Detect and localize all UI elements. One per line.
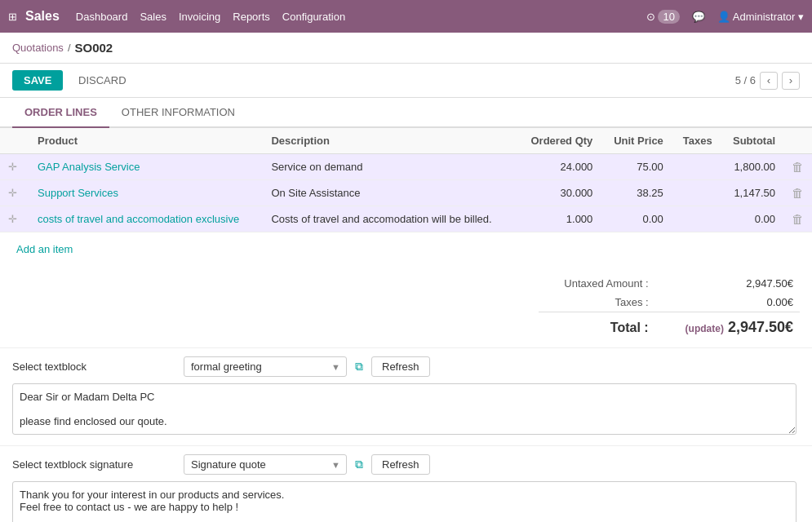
total-row: Total : (update)2,947.50€ xyxy=(539,312,800,340)
pagination: 5 / 6 ‹ › xyxy=(735,72,800,90)
breadcrumb-separator: / xyxy=(68,42,71,54)
textblock-signature-section: Select textblock signature Signature quo… xyxy=(0,445,812,522)
taxes-2 xyxy=(672,180,721,206)
tabs: ORDER LINES OTHER INFORMATION xyxy=(0,98,812,128)
chat-icon[interactable]: 💬 xyxy=(692,11,705,23)
notification-badge[interactable]: ⊙ 10 xyxy=(646,11,680,23)
unit-price-3: 0.00 xyxy=(601,206,672,232)
totals-section: Untaxed Amount : 2,947.50€ Taxes : 0.00€… xyxy=(0,266,812,347)
untaxed-value: 2,947.50€ xyxy=(655,274,800,293)
qty-2: 30.000 xyxy=(517,180,601,206)
top-navigation: ⊞ Sales Dashboard Sales Invoicing Report… xyxy=(0,0,812,33)
unit-price-1: 75.00 xyxy=(601,154,672,180)
action-bar: SAVE DISCARD 5 / 6 ‹ › xyxy=(0,64,812,98)
grid-icon[interactable]: ⊞ xyxy=(8,11,17,23)
textblock-select[interactable]: formal greeting informal greeting standa… xyxy=(184,356,347,377)
tab-other-info[interactable]: OTHER INFORMATION xyxy=(109,98,247,128)
subtotal-3: 0.00 xyxy=(721,206,783,232)
nav-right: ⊙ 10 💬 👤 Administrator ▾ xyxy=(646,11,804,23)
description-2: On Site Assistance xyxy=(263,180,517,206)
breadcrumb: Quotations / SO002 xyxy=(0,33,812,64)
breadcrumb-parent[interactable]: Quotations xyxy=(12,42,64,54)
external-link-icon[interactable]: ⧉ xyxy=(355,360,363,374)
textblock-signature-label: Select textblock signature xyxy=(12,458,175,471)
textblock-signature-select[interactable]: Signature quote Standard signature xyxy=(184,454,347,475)
textblock-greeting-row: Select textblock formal greeting informa… xyxy=(12,356,800,377)
refresh-button[interactable]: Refresh xyxy=(371,356,430,377)
subtotal-2: 1,147.50 xyxy=(721,180,783,206)
col-taxes: Taxes xyxy=(672,128,721,154)
taxes-label: Taxes : xyxy=(539,293,655,312)
table-row: ✛ Support Services On Site Assistance 30… xyxy=(0,180,812,206)
col-unit-price: Unit Price xyxy=(601,128,672,154)
delete-3[interactable]: 🗑 xyxy=(783,206,812,232)
nav-invoicing[interactable]: Invoicing xyxy=(179,11,220,23)
table-header-row: Product Description Ordered Qty Unit Pri… xyxy=(0,128,812,154)
total-value: (update)2,947.50€ xyxy=(655,312,800,340)
qty-3: 1.000 xyxy=(517,206,601,232)
col-description: Description xyxy=(263,128,517,154)
col-drag xyxy=(0,128,29,154)
product-1: GAP Analysis Service xyxy=(29,154,263,180)
next-page-button[interactable]: › xyxy=(782,72,800,90)
product-3: costs of travel and accomodation exclusi… xyxy=(29,206,263,232)
taxes-value: 0.00€ xyxy=(655,293,800,312)
delete-2[interactable]: 🗑 xyxy=(783,180,812,206)
col-qty: Ordered Qty xyxy=(517,128,601,154)
app-title: Sales xyxy=(25,9,60,24)
col-subtotal: Subtotal xyxy=(721,128,783,154)
col-delete xyxy=(783,128,812,154)
textblock-signature-row: Select textblock signature Signature quo… xyxy=(12,454,800,475)
prev-page-button[interactable]: ‹ xyxy=(760,72,778,90)
pagination-count: 5 / 6 xyxy=(735,74,756,86)
drag-handle-1[interactable]: ✛ xyxy=(0,154,29,180)
taxes-1 xyxy=(672,154,721,180)
drag-handle-2[interactable]: ✛ xyxy=(0,180,29,206)
action-buttons: SAVE DISCARD xyxy=(12,70,135,91)
update-link[interactable]: (update) xyxy=(686,323,724,334)
taxes-3 xyxy=(672,206,721,232)
total-label: Total : xyxy=(539,312,655,340)
description-1: Service on demand xyxy=(263,154,517,180)
drag-handle-3[interactable]: ✛ xyxy=(0,206,29,232)
save-button[interactable]: SAVE xyxy=(12,70,63,91)
table-row: ✛ GAP Analysis Service Service on demand… xyxy=(0,154,812,180)
unit-price-2: 38.25 xyxy=(601,180,672,206)
signature-external-link-icon[interactable]: ⧉ xyxy=(355,458,363,471)
order-lines-section: Product Description Ordered Qty Unit Pri… xyxy=(0,128,812,266)
discard-button[interactable]: DISCARD xyxy=(70,70,135,91)
order-table: Product Description Ordered Qty Unit Pri… xyxy=(0,128,812,232)
subtotal-1: 1,800.00 xyxy=(721,154,783,180)
nav-configuration[interactable]: Configuration xyxy=(282,11,345,23)
textblock-label: Select textblock xyxy=(12,361,175,373)
main-content: ORDER LINES OTHER INFORMATION Product De… xyxy=(0,98,812,522)
taxes-row: Taxes : 0.00€ xyxy=(539,293,800,312)
qty-1: 24.000 xyxy=(517,154,601,180)
nav-reports[interactable]: Reports xyxy=(233,11,270,23)
description-3: Costs of travel and accomodation will be… xyxy=(263,206,517,232)
tab-order-lines[interactable]: ORDER LINES xyxy=(12,98,109,128)
textblock-signature-textarea[interactable]: Thank you for your interest in our produ… xyxy=(12,481,796,522)
nav-sales[interactable]: Sales xyxy=(140,11,166,23)
untaxed-row: Untaxed Amount : 2,947.50€ xyxy=(539,274,800,293)
table-row: ✛ costs of travel and accomodation exclu… xyxy=(0,206,812,232)
textblock-textarea[interactable]: Dear Sir or Madam Delta PC please find e… xyxy=(12,383,796,435)
nav-dashboard[interactable]: Dashboard xyxy=(76,11,128,23)
delete-1[interactable]: 🗑 xyxy=(783,154,812,180)
add-item-section: Add an item xyxy=(0,232,812,266)
total-amount: 2,947.50€ xyxy=(728,319,793,335)
user-menu[interactable]: 👤 Administrator ▾ xyxy=(717,11,804,23)
signature-refresh-button[interactable]: Refresh xyxy=(371,454,430,475)
col-product: Product xyxy=(29,128,263,154)
textblock-section: Select textblock formal greeting informa… xyxy=(0,347,812,445)
add-item-link[interactable]: Add an item xyxy=(8,237,81,262)
textblock-signature-select-wrap: Signature quote Standard signature ▼ xyxy=(184,454,347,475)
untaxed-label: Untaxed Amount : xyxy=(539,274,655,293)
nav-links: Dashboard Sales Invoicing Reports Config… xyxy=(76,11,646,23)
textblock-select-wrap: formal greeting informal greeting standa… xyxy=(184,356,347,377)
breadcrumb-current: SO002 xyxy=(75,41,113,55)
product-2: Support Services xyxy=(29,180,263,206)
totals-table: Untaxed Amount : 2,947.50€ Taxes : 0.00€… xyxy=(539,274,800,339)
